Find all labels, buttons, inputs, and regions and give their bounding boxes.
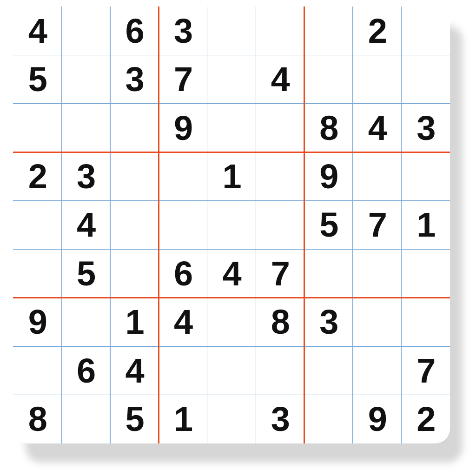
cell-value: 7 (368, 205, 386, 245)
cell-value: 9 (368, 399, 386, 439)
sudoku-cell[interactable]: 3 (402, 104, 450, 152)
sudoku-cell[interactable]: 4 (207, 249, 256, 298)
cell-value: 7 (271, 254, 289, 293)
sudoku-cell[interactable]: 3 (159, 7, 207, 55)
sudoku-cell[interactable]: 1 (207, 152, 256, 200)
sudoku-cell[interactable]: 9 (159, 104, 207, 152)
sudoku-cell[interactable]: 6 (61, 346, 110, 395)
sudoku-cell[interactable]: 5 (13, 55, 61, 103)
sudoku-cell[interactable]: 3 (110, 55, 159, 103)
sudoku-cell[interactable]: 4 (13, 7, 61, 55)
sudoku-cell[interactable]: 7 (353, 201, 401, 249)
cell-value: 4 (126, 351, 144, 390)
cell-value: 8 (319, 108, 337, 148)
sudoku-cell[interactable] (61, 395, 110, 443)
cell-value: 3 (416, 108, 435, 148)
sudoku-cell[interactable]: 3 (61, 152, 110, 200)
sudoku-board: 46325374984323194571564791483647851392 (13, 7, 450, 443)
sudoku-cell[interactable] (110, 152, 159, 200)
sudoku-cell[interactable] (110, 249, 159, 298)
sudoku-cell[interactable]: 6 (110, 7, 159, 55)
cell-value: 7 (174, 60, 192, 99)
cell-value: 9 (319, 157, 337, 196)
cell-value: 3 (319, 302, 337, 342)
sudoku-cell[interactable]: 7 (256, 249, 304, 298)
sudoku-cell[interactable] (353, 298, 401, 346)
sudoku-cell[interactable] (353, 152, 401, 200)
sudoku-cell[interactable] (61, 104, 110, 152)
sudoku-cell[interactable] (159, 152, 207, 200)
sudoku-cell[interactable]: 2 (13, 152, 61, 200)
sudoku-cell[interactable] (402, 7, 450, 55)
sudoku-cell[interactable] (402, 249, 450, 298)
sudoku-cell[interactable]: 5 (110, 395, 159, 443)
sudoku-cell[interactable] (304, 249, 353, 298)
sudoku-cell[interactable]: 9 (353, 395, 401, 443)
sudoku-cell[interactable] (402, 152, 450, 200)
sudoku-cell[interactable] (256, 201, 304, 249)
sudoku-stage: 46325374984323194571564791483647851392 (0, 0, 476, 476)
sudoku-cell[interactable]: 1 (159, 395, 207, 443)
sudoku-cell[interactable] (353, 249, 401, 298)
sudoku-cell[interactable]: 5 (304, 201, 353, 249)
sudoku-cell[interactable] (256, 7, 304, 55)
sudoku-cell[interactable]: 1 (110, 298, 159, 346)
sudoku-cell[interactable] (61, 7, 110, 55)
sudoku-cell[interactable] (13, 346, 61, 395)
sudoku-cell[interactable] (61, 55, 110, 103)
sudoku-cell[interactable]: 2 (353, 7, 401, 55)
sudoku-cell[interactable] (110, 104, 159, 152)
sudoku-cell[interactable] (402, 298, 450, 346)
cell-value: 1 (222, 157, 240, 196)
sudoku-cell[interactable] (159, 346, 207, 395)
sudoku-cell[interactable] (304, 346, 353, 395)
sudoku-cell[interactable]: 9 (13, 298, 61, 346)
sudoku-cell[interactable] (207, 298, 256, 346)
sudoku-cell[interactable]: 4 (61, 201, 110, 249)
sudoku-cell[interactable] (256, 152, 304, 200)
cell-value: 5 (126, 399, 144, 439)
sudoku-cell[interactable] (13, 104, 61, 152)
sudoku-cell[interactable]: 9 (304, 152, 353, 200)
sudoku-cell[interactable]: 5 (61, 249, 110, 298)
sudoku-cell[interactable] (207, 7, 256, 55)
sudoku-cell[interactable] (207, 395, 256, 443)
sudoku-cell[interactable]: 8 (256, 298, 304, 346)
sudoku-cell[interactable]: 8 (304, 104, 353, 152)
sudoku-cell[interactable]: 3 (256, 395, 304, 443)
sudoku-cell[interactable] (159, 201, 207, 249)
sudoku-cell[interactable]: 4 (110, 346, 159, 395)
cell-value: 1 (126, 302, 144, 342)
sudoku-cell[interactable] (110, 201, 159, 249)
sudoku-cell[interactable] (207, 55, 256, 103)
sudoku-cell[interactable]: 4 (159, 298, 207, 346)
sudoku-cell[interactable]: 1 (402, 201, 450, 249)
sudoku-cell[interactable] (402, 55, 450, 103)
sudoku-cell[interactable] (353, 346, 401, 395)
sudoku-cell[interactable] (353, 55, 401, 103)
sudoku-cell[interactable] (304, 55, 353, 103)
sudoku-cell[interactable] (256, 104, 304, 152)
sudoku-cell[interactable]: 8 (13, 395, 61, 443)
sudoku-cell[interactable] (207, 201, 256, 249)
sudoku-cell[interactable]: 7 (402, 346, 450, 395)
cell-value: 5 (319, 205, 337, 245)
cell-value: 4 (368, 108, 386, 148)
sudoku-cell[interactable] (207, 346, 256, 395)
cell-value: 8 (271, 302, 289, 342)
sudoku-cell[interactable] (13, 201, 61, 249)
sudoku-cell[interactable]: 6 (159, 249, 207, 298)
sudoku-cell[interactable]: 2 (402, 395, 450, 443)
sudoku-cell[interactable] (256, 346, 304, 395)
sudoku-cell[interactable] (207, 104, 256, 152)
sudoku-cell[interactable]: 4 (353, 104, 401, 152)
cell-value: 6 (126, 11, 144, 51)
sudoku-cell[interactable] (13, 249, 61, 298)
cell-value: 5 (28, 60, 46, 99)
sudoku-cell[interactable]: 4 (256, 55, 304, 103)
sudoku-cell[interactable] (304, 395, 353, 443)
sudoku-cell[interactable]: 3 (304, 298, 353, 346)
sudoku-cell[interactable] (61, 298, 110, 346)
sudoku-cell[interactable] (304, 7, 353, 55)
sudoku-cell[interactable]: 7 (159, 55, 207, 103)
